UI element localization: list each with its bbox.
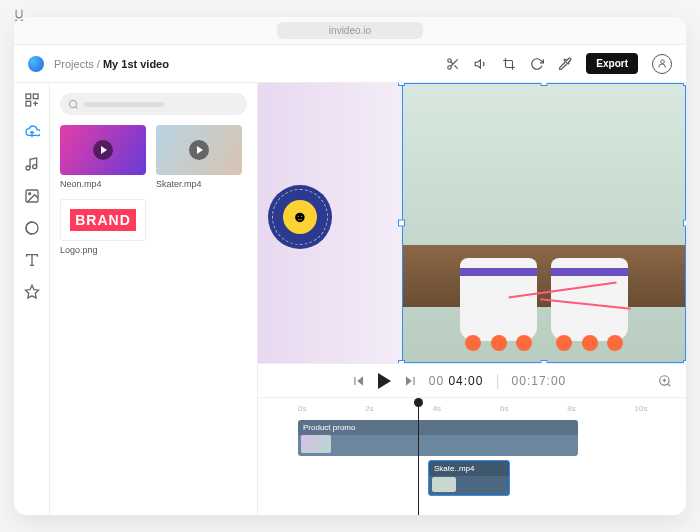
search-icon — [68, 99, 79, 110]
zoom-icon[interactable] — [658, 374, 672, 388]
search-placeholder — [84, 102, 164, 107]
asset-item[interactable]: Skater.mp4 — [156, 125, 242, 189]
selected-clip[interactable] — [402, 83, 686, 363]
eyedropper-icon[interactable] — [558, 57, 572, 71]
resize-handle[interactable] — [398, 220, 405, 227]
breadcrumb-root[interactable]: Projects — [54, 58, 94, 70]
stage: ☻ — [258, 83, 686, 515]
rail-templates-icon[interactable] — [23, 91, 41, 109]
svg-marker-20 — [25, 285, 38, 298]
app-logo-icon[interactable] — [28, 56, 44, 72]
rail-music-icon[interactable] — [23, 155, 41, 173]
svg-point-14 — [32, 165, 36, 169]
clip-thumbnail — [301, 435, 331, 453]
brand-logo-text: BRAND — [70, 209, 136, 231]
asset-thumbnail[interactable] — [156, 125, 242, 175]
assets-panel: Neon.mp4 Skater.mp4 BRAND Logo.png — [50, 83, 258, 515]
volume-icon[interactable] — [474, 57, 488, 71]
play-button[interactable] — [378, 373, 391, 389]
asset-thumbnail[interactable]: BRAND — [60, 199, 146, 241]
asset-item[interactable]: BRAND Logo.png — [60, 199, 146, 255]
refresh-icon[interactable] — [530, 57, 544, 71]
svg-marker-27 — [406, 376, 412, 385]
resize-handle[interactable] — [398, 360, 405, 363]
clip-thumbnail — [432, 477, 456, 492]
asset-label: Skater.mp4 — [156, 179, 242, 189]
svg-rect-8 — [33, 94, 38, 99]
svg-line-4 — [451, 61, 453, 63]
app-window: invideo.io Projects / My 1st video Expor… — [14, 17, 686, 515]
resize-handle[interactable] — [683, 360, 686, 363]
preview-canvas[interactable]: ☻ — [258, 83, 686, 363]
playhead[interactable] — [418, 400, 419, 515]
playback-controls: 00 04:00 | 00:17:00 — [258, 363, 686, 397]
top-bar: Projects / My 1st video Export — [14, 45, 686, 83]
snap-icon[interactable] — [14, 17, 26, 22]
timeline[interactable]: 0s 2s 4s 6s 8s 10s Product promo Skate..… — [258, 397, 686, 515]
profile-icon[interactable] — [652, 54, 672, 74]
timeline-track[interactable]: Skate..mp4 — [298, 460, 672, 498]
cut-icon[interactable] — [446, 57, 460, 71]
svg-point-0 — [448, 58, 452, 62]
asset-label: Logo.png — [60, 245, 146, 255]
resize-handle[interactable] — [683, 83, 686, 86]
svg-line-3 — [455, 65, 458, 68]
play-overlay-icon — [93, 140, 113, 160]
main-area: Neon.mp4 Skater.mp4 BRAND Logo.png ☻ — [14, 83, 686, 515]
rail-text-icon[interactable] — [23, 251, 41, 269]
play-overlay-icon — [189, 140, 209, 160]
breadcrumb-current[interactable]: My 1st video — [103, 58, 169, 70]
resize-handle[interactable] — [541, 83, 548, 86]
svg-rect-9 — [26, 101, 31, 106]
svg-marker-25 — [357, 376, 363, 385]
svg-rect-7 — [26, 94, 31, 99]
asset-item[interactable]: Neon.mp4 — [60, 125, 146, 189]
next-frame-icon[interactable] — [403, 374, 417, 388]
svg-point-21 — [69, 100, 76, 107]
crop-icon[interactable] — [502, 57, 516, 71]
svg-point-1 — [448, 65, 452, 69]
clip-label: Product promo — [298, 420, 578, 435]
resize-handle[interactable] — [398, 83, 405, 86]
rail-favorites-icon[interactable] — [23, 283, 41, 301]
asset-label: Neon.mp4 — [60, 179, 146, 189]
side-rail — [14, 83, 50, 515]
timeline-clip[interactable]: Skate..mp4 — [428, 460, 510, 496]
breadcrumb[interactable]: Projects / My 1st video — [54, 58, 169, 70]
rail-shapes-icon[interactable] — [23, 219, 41, 237]
current-time: 04:00 — [448, 374, 483, 388]
svg-marker-5 — [475, 59, 480, 67]
selection-outline — [402, 83, 686, 363]
svg-point-6 — [660, 60, 664, 64]
export-button[interactable]: Export — [586, 53, 638, 74]
total-time: 00:17:00 — [512, 374, 567, 388]
timeline-clip[interactable]: Product promo — [298, 420, 578, 456]
rail-image-icon[interactable] — [23, 187, 41, 205]
browser-url-bar: invideo.io — [14, 17, 686, 45]
rail-uploads-icon[interactable] — [23, 123, 41, 141]
time-ruler: 0s 2s 4s 6s 8s 10s — [298, 404, 672, 418]
svg-line-30 — [668, 383, 671, 386]
svg-point-13 — [26, 166, 30, 170]
timecode: 00 04:00 — [429, 374, 484, 388]
svg-line-22 — [76, 106, 78, 108]
svg-point-16 — [28, 193, 30, 195]
resize-handle[interactable] — [541, 360, 548, 363]
clip-label: Skate..mp4 — [429, 461, 509, 476]
url-text: invideo.io — [277, 22, 423, 39]
sticker-badge[interactable]: ☻ — [268, 185, 332, 249]
timeline-track[interactable]: Product promo — [298, 420, 672, 458]
asset-thumbnail[interactable] — [60, 125, 146, 175]
search-input[interactable] — [60, 93, 247, 115]
resize-handle[interactable] — [683, 220, 686, 227]
prev-frame-icon[interactable] — [352, 374, 366, 388]
